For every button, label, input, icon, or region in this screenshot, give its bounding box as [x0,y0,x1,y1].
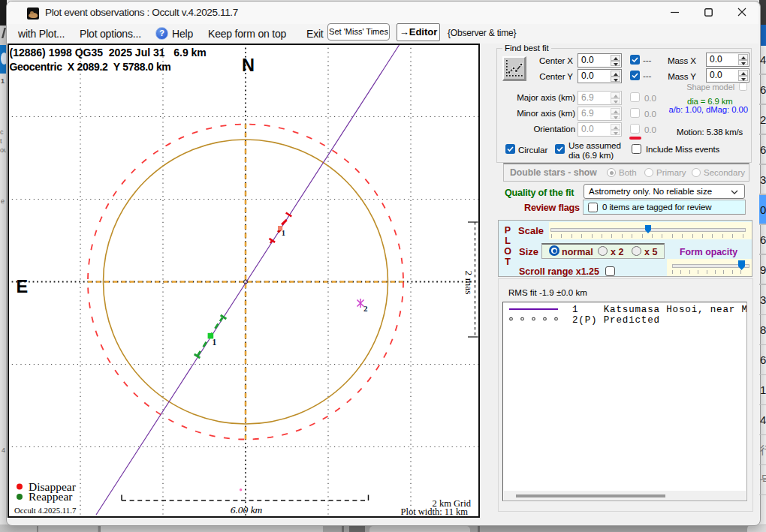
svg-text:Reappear: Reappear [29,490,73,503]
svg-text:2: 2 [363,304,368,313]
svg-text:Occult 4.2025.11.7: Occult 4.2025.11.7 [14,506,77,515]
svg-text:1: 1 [282,229,285,237]
svg-text:1: 1 [213,338,217,347]
svg-text:2 mas: 2 mas [463,271,475,295]
svg-text:N: N [242,56,255,75]
svg-text:Geocentric X 2089.2 Y 5788.0: Geocentric X 2089.2 Y 5788.0 km [10,61,171,73]
svg-text:6.00 km: 6.00 km [231,504,263,515]
svg-text:E: E [17,277,29,296]
svg-text:Plot width: 11 km: Plot width: 11 km [401,506,469,517]
svg-text:(12886) 1998 QG35 2025 Jul 31: (12886) 1998 QG35 2025 Jul 31 6.9 km [10,47,207,59]
